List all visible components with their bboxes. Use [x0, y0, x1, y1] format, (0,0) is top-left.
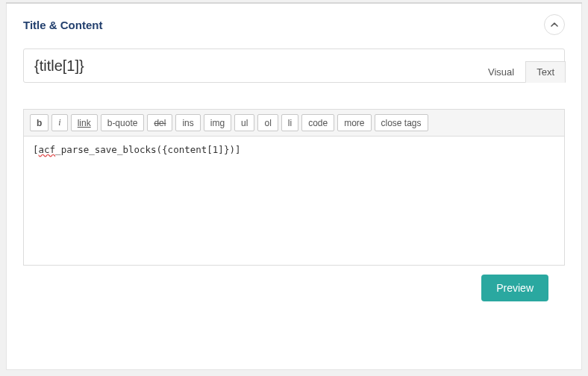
content-text: [	[33, 144, 39, 155]
toolbar-bold[interactable]: b	[30, 114, 49, 131]
content-textarea[interactable]: [acf_parse_save_blocks({content[1]})]	[24, 137, 564, 265]
toolbar-li[interactable]: li	[281, 114, 298, 131]
panel-top-border	[6, 2, 582, 4]
editor-toolbar: b i link b-quote del ins img ul ol li co…	[24, 110, 564, 137]
toolbar-close-tags[interactable]: close tags	[375, 114, 428, 131]
chevron-up-icon	[551, 21, 558, 28]
toolbar-code[interactable]: code	[301, 114, 334, 131]
preview-button[interactable]: Preview	[481, 275, 548, 301]
toolbar-img[interactable]: img	[204, 114, 231, 131]
toolbar-more[interactable]: more	[337, 114, 371, 131]
content-text-rest: _parse_save_blocks({content[1]})]	[55, 144, 240, 155]
panel-footer: Preview	[23, 266, 565, 301]
panel-body: Visual Text b i link b-quote del ins img…	[7, 41, 581, 315]
editor-wrap: b i link b-quote del ins img ul ol li co…	[23, 109, 565, 266]
toolbar-italic[interactable]: i	[51, 114, 67, 131]
toolbar-ul[interactable]: ul	[234, 114, 254, 131]
toolbar-del[interactable]: del	[147, 114, 172, 131]
toolbar-bquote[interactable]: b-quote	[101, 114, 145, 131]
toolbar-link[interactable]: link	[71, 114, 98, 131]
panel-header: Title & Content	[7, 4, 581, 41]
toolbar-ol[interactable]: ol	[257, 114, 278, 131]
content-text-squiggle: acf	[39, 144, 56, 155]
toolbar-ins[interactable]: ins	[175, 114, 200, 131]
collapse-toggle[interactable]	[544, 14, 565, 35]
panel-title: Title & Content	[23, 19, 102, 31]
tab-text[interactable]: Text	[525, 61, 566, 83]
tab-visual[interactable]: Visual	[477, 61, 525, 83]
title-content-panel: Title & Content Visual Text b i link b-q…	[6, 3, 582, 370]
